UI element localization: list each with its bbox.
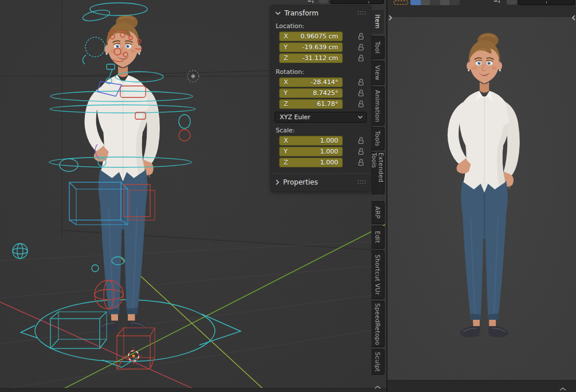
transform-value-row: X 1.000: [279, 136, 371, 146]
axis-label: X: [284, 137, 288, 144]
pivot-option[interactable]: [430, 0, 440, 5]
axis-label: Z: [284, 54, 288, 62]
sidebar-tab-tools[interactable]: Tools: [371, 127, 385, 150]
axis-value: -28.414°: [311, 79, 338, 86]
header-fragment-field[interactable]: [330, 0, 384, 4]
transform-value-field[interactable]: Y 1.000: [279, 147, 343, 156]
transform-value-field[interactable]: X 1.000: [279, 136, 343, 146]
axis-label: Y: [284, 89, 288, 97]
sidebar-tab-strip: ItemToolViewAnimationToolsExtended Tools…: [371, 9, 386, 375]
pivot-option[interactable]: [440, 0, 449, 5]
unlock-icon[interactable]: [357, 100, 365, 108]
rotation-label: Rotation:: [271, 64, 371, 77]
header-fragment-button[interactable]: [507, 0, 517, 5]
header-fragment-icon: [308, 1, 314, 3]
sidebar-tab-speedretopo[interactable]: SpeedRetopo: [371, 301, 385, 347]
rotation-mode-value: XYZ Euler: [280, 113, 311, 121]
pivot-button-group[interactable]: [410, 0, 460, 5]
transform-value-row: X -28.414°: [279, 77, 371, 87]
rotation-mode-dropdown[interactable]: XYZ Euler: [275, 112, 367, 123]
axis-value: 0.96075 cm: [300, 33, 338, 40]
axis-value: 1.000: [320, 137, 339, 144]
viewport-3d-secondary[interactable]: [387, 17, 576, 381]
unlock-icon[interactable]: [357, 159, 365, 166]
transform-value-field[interactable]: Z -31.112 cm: [279, 53, 343, 63]
transform-value-field[interactable]: Y 8.7425°: [279, 88, 343, 98]
transform-value-row: Y -19.639 cm: [279, 42, 371, 52]
transform-value-row: Z 61.78°: [279, 99, 371, 109]
axis-label: Z: [284, 100, 288, 108]
chevron-right-icon: [275, 179, 280, 185]
pivot-option-active[interactable]: [410, 0, 421, 5]
blender-window: Transform Location: X 0.96075 cm Y -19.6…: [0, 0, 576, 392]
sidebar-tab-view[interactable]: View: [371, 61, 385, 85]
unlock-icon[interactable]: [357, 79, 365, 86]
location-rows: X 0.96075 cm Y -19.639 cm Z -31.112 cm: [271, 32, 371, 63]
properties-title: Properties: [283, 178, 358, 186]
axis-label: X: [284, 79, 288, 86]
scale-rows: X 1.000 Y 1.000 Z 1.000: [271, 136, 371, 167]
timeline-edge-strip: [0, 388, 386, 392]
axis-label: Y: [284, 148, 288, 155]
transform-value-row: Z -31.112 cm: [279, 53, 371, 63]
panel-title: Transform: [284, 9, 358, 17]
axis-value: 8.7425°: [313, 89, 338, 97]
header-fragment-field[interactable]: [518, 0, 575, 5]
unlock-icon[interactable]: [357, 148, 365, 155]
transform-value-field[interactable]: Y -19.639 cm: [279, 42, 343, 52]
region-expand-right-icon[interactable]: [388, 13, 393, 23]
panel-drag-grip-icon[interactable]: [358, 181, 366, 185]
unlock-icon[interactable]: [357, 137, 365, 144]
axis-value: -31.112 cm: [302, 54, 338, 62]
axis-label: X: [284, 33, 288, 40]
viewport-footer-bar: [387, 380, 576, 392]
sidebar-tab-tool[interactable]: Tool: [371, 36, 385, 59]
sidebar-tab-animation[interactable]: Animation: [371, 87, 385, 126]
sidebar-tab-sculpt[interactable]: Sculpt: [371, 349, 385, 375]
axis-value: -19.639 cm: [302, 44, 338, 51]
sidebar-tab-item[interactable]: Item: [371, 9, 385, 34]
header-fragment-button[interactable]: [319, 0, 328, 3]
unlock-icon[interactable]: [357, 89, 365, 97]
transform-value-row: Z 1.000: [279, 158, 371, 167]
transform-value-field[interactable]: Z 61.78°: [279, 99, 343, 109]
transform-value-row: Y 1.000: [279, 147, 371, 156]
viewport-3d-secondary-canvas[interactable]: [387, 17, 576, 381]
transform-value-field[interactable]: Z 1.000: [279, 158, 343, 167]
header-fragment-icon: [494, 1, 500, 3]
pivot-option[interactable]: [449, 0, 460, 5]
sidebar-tab-edit[interactable]: Edit: [371, 226, 385, 249]
axis-value: 1.000: [320, 148, 339, 155]
scale-label: Scale:: [271, 123, 371, 136]
expand-up-icon[interactable]: [374, 382, 382, 392]
transform-value-field[interactable]: X 0.96075 cm: [279, 32, 343, 41]
panel-drag-grip-icon[interactable]: [358, 11, 366, 15]
chevron-down-icon: [358, 115, 363, 119]
sidebar-transform-panel: Transform Location: X 0.96075 cm Y -19.6…: [271, 5, 371, 192]
rotation-rows: X -28.414° Y 8.7425° Z 61.78°: [271, 77, 371, 109]
sidebar-tab-arp[interactable]: ARP: [371, 201, 385, 224]
transform-value-field[interactable]: X -28.414°: [279, 77, 343, 87]
transform-panel-header[interactable]: Transform: [271, 8, 371, 18]
unlock-icon[interactable]: [357, 33, 365, 40]
expand-up-icon[interactable]: [559, 383, 567, 392]
region-expand-left-icon[interactable]: [571, 13, 576, 23]
sidebar-tab-shortcut-vur[interactable]: Shortcut VUr: [371, 250, 385, 299]
transform-value-row: X 0.96075 cm: [279, 32, 371, 41]
location-label: Location:: [271, 18, 371, 32]
properties-panel-header[interactable]: Properties: [271, 173, 371, 187]
axis-value: 1.000: [320, 159, 339, 166]
transform-value-row: Y 8.7425°: [279, 88, 371, 98]
unlock-icon[interactable]: [357, 44, 365, 51]
axis-label: Y: [284, 44, 288, 51]
unlock-icon[interactable]: [357, 54, 365, 62]
axis-value: 61.78°: [317, 100, 338, 108]
chevron-down-icon: [275, 11, 281, 15]
pivot-option[interactable]: [421, 0, 430, 5]
select-box-icon[interactable]: [394, 1, 408, 5]
sidebar-tab-extended-tools[interactable]: Extended Tools: [371, 152, 385, 194]
axis-label: Z: [284, 159, 288, 166]
viewport-3d-secondary-region: [387, 0, 576, 392]
